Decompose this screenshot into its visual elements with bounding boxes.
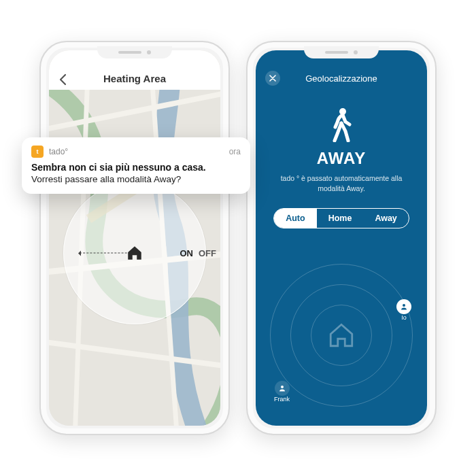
map-header-title: Heating Area — [103, 73, 166, 84]
toggle-on-label[interactable]: ON — [180, 248, 194, 258]
phone-right: Geolocalizzazione AWAY tado ° è passato … — [246, 41, 437, 435]
toggle-off-label[interactable]: OFF — [199, 248, 216, 258]
svg-point-2 — [403, 304, 405, 307]
geo-header-title: Geolocalizzazione — [305, 73, 377, 84]
back-chevron-icon[interactable] — [58, 73, 67, 86]
user-other[interactable]: Frank — [274, 381, 290, 403]
status-label: AWAY — [317, 149, 366, 168]
phone-notch — [304, 46, 379, 58]
close-button[interactable] — [265, 71, 280, 86]
status-subtitle: tado ° è passato automaticamente alla mo… — [277, 173, 406, 193]
notification-time: ora — [229, 147, 241, 156]
svg-point-3 — [281, 386, 284, 388]
user-me[interactable]: Io — [396, 299, 411, 321]
person-icon — [396, 299, 411, 314]
mode-segmented-control[interactable]: Auto Home Away — [273, 208, 409, 228]
user-other-label: Frank — [274, 396, 290, 403]
home-icon — [126, 244, 143, 262]
walking-person-icon — [328, 107, 355, 142]
home-outline-icon — [327, 321, 356, 350]
on-off-toggle[interactable]: ON OFF — [180, 248, 217, 258]
geolocation-screen: Geolocalizzazione AWAY tado ° è passato … — [256, 50, 427, 426]
mode-auto[interactable]: Auto — [274, 209, 316, 228]
phone-notch — [97, 46, 172, 58]
phone-left: Heating Area ON OFF t tado° ora Sembra — [39, 41, 230, 435]
tado-app-icon: t — [31, 146, 44, 158]
presence-radar: Io Frank — [270, 264, 413, 407]
map-screen[interactable]: Heating Area ON OFF — [49, 50, 220, 426]
notification-body: Vorresti passare alla modalità Away? — [31, 174, 241, 184]
mode-home[interactable]: Home — [317, 209, 364, 228]
notification-title: Sembra non ci sia più nessuno a casa. — [31, 162, 241, 173]
notification-app-name: tado° — [49, 147, 224, 156]
mode-away[interactable]: Away — [363, 209, 408, 228]
person-icon — [275, 381, 290, 396]
away-notification[interactable]: t tado° ora Sembra non ci sia più nessun… — [22, 137, 250, 194]
user-me-label: Io — [401, 314, 407, 321]
